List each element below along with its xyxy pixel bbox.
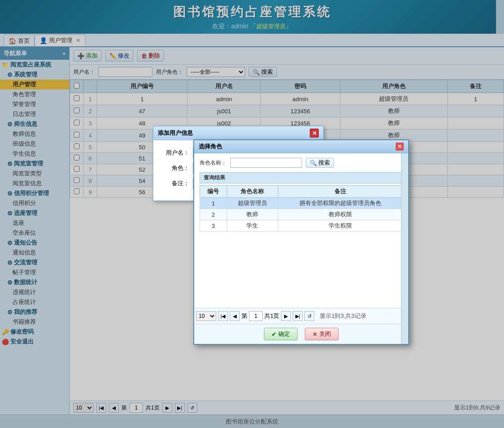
role-page-refresh[interactable]: ↺ — [304, 311, 314, 321]
role-page-info: 显示1到3,共3记录 — [320, 312, 366, 320]
role-ok-label: 确定 — [278, 330, 290, 338]
role-row-num: 2 — [200, 209, 227, 220]
role-row-name: 超级管理员 — [227, 198, 278, 209]
select-role-dialog: 选择角色 ✕ 角色名称： 🔍 搜索 查询结果 编号 角色名称 备注 — [193, 139, 409, 345]
check-icon: ✔ — [272, 331, 277, 338]
role-dialog-footer-btns: ✔ 确定 ✕ 关闭 — [194, 324, 408, 344]
role-ok-button[interactable]: ✔ 确定 — [264, 328, 298, 340]
role-row-name: 学生 — [227, 220, 278, 232]
select-role-dialog-inner: 角色名称： 🔍 搜索 查询结果 编号 角色名称 备注 — [194, 153, 408, 344]
role-row-name: 教师 — [227, 209, 278, 220]
role-search-button[interactable]: 🔍 搜索 — [306, 158, 334, 168]
role-row-remark: 拥有全部权限的超级管理员角色 — [278, 198, 402, 209]
add-user-dialog-header: 添加用户信息 ✕ — [153, 126, 323, 140]
role-page-pre-label: 第 — [241, 312, 247, 320]
role-pagination-bar: 10 |◀ ◀ 第 共1页 ▶ ▶| ↺ 显示1到3,共3记录 — [194, 308, 408, 324]
role-col-name: 角色名称 — [227, 186, 278, 198]
role-search-icon: 🔍 — [310, 160, 317, 166]
role-row-remark: 学生权限 — [278, 220, 402, 232]
role-table-spacer — [194, 236, 408, 308]
role-page-input[interactable] — [249, 311, 263, 321]
role-row-num: 3 — [200, 220, 227, 232]
select-role-dialog-body: 角色名称： 🔍 搜索 查询结果 编号 角色名称 备注 — [194, 153, 408, 236]
role-search-label: 搜索 — [318, 159, 330, 167]
role-page-total: 共1页 — [264, 312, 279, 320]
select-role-dialog-close-x[interactable]: ✕ — [396, 143, 404, 151]
role-table: 编号 角色名称 备注 1 超级管理员 拥有全部权限的超级管理员角色 2 教师 教… — [200, 185, 403, 232]
role-row-num: 1 — [200, 198, 227, 209]
select-role-dialog-header: 选择角色 ✕ — [194, 140, 408, 153]
role-page-prev[interactable]: ◀ — [230, 311, 240, 321]
add-user-dialog-close-btn[interactable]: ✕ — [310, 129, 319, 138]
role-search-row: 角色名称： 🔍 搜索 — [200, 158, 403, 168]
role-close-label: 关闭 — [319, 330, 331, 338]
role-page-last[interactable]: ▶| — [293, 311, 303, 321]
form-username-label: 用户名： — [162, 149, 189, 157]
role-table-row[interactable]: 3 学生 学生权限 — [200, 220, 403, 232]
close-icon: ✕ — [312, 331, 317, 338]
form-role-label: 角色： — [162, 164, 189, 172]
role-table-row[interactable]: 2 教师 教师权限 — [200, 209, 403, 220]
query-result-label: 查询结果 — [200, 172, 403, 183]
role-col-remark: 备注 — [278, 186, 402, 198]
role-col-id: 编号 — [200, 186, 227, 198]
role-name-label: 角色名称： — [200, 159, 227, 167]
role-dialog-scrollbar[interactable] — [401, 153, 408, 344]
role-page-first[interactable]: |◀ — [218, 311, 228, 321]
form-remark-label: 备注： — [162, 179, 189, 187]
select-role-dialog-title: 选择角色 — [199, 143, 222, 151]
add-user-dialog-title: 添加用户信息 — [158, 129, 193, 137]
role-per-page-select[interactable]: 10 — [196, 311, 216, 321]
role-row-remark: 教师权限 — [278, 209, 402, 220]
role-page-next[interactable]: ▶ — [281, 311, 291, 321]
role-table-row[interactable]: 1 超级管理员 拥有全部权限的超级管理员角色 — [200, 198, 403, 209]
role-close-button[interactable]: ✕ 关闭 — [305, 328, 339, 340]
role-name-input[interactable] — [230, 158, 302, 168]
